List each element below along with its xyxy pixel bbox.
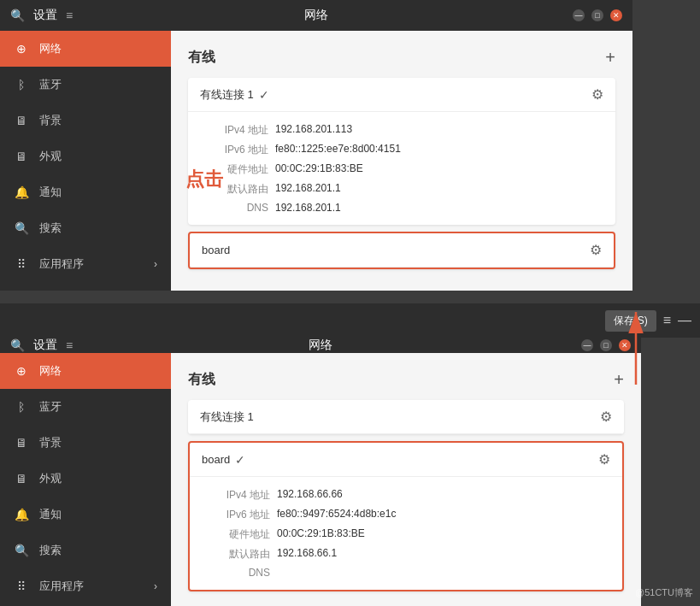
- second-titlebar-left: 🔍 设置 ≡: [10, 338, 73, 353]
- second-board-info: IPv4 地址 192.168.66.66 IPv6 地址 fe80::9497…: [190, 477, 622, 590]
- hardware-value: 00:0C:29:1B:83:BE: [275, 162, 363, 177]
- second-connection1-settings-button[interactable]: ⚙: [600, 409, 612, 425]
- second-sidebar-item-bluetooth[interactable]: ᛒ 蓝牙: [0, 389, 171, 425]
- board-card-header: board ⚙: [190, 233, 614, 268]
- sidebar-item-notify[interactable]: 🔔 通知: [0, 174, 171, 210]
- arrow-annotation: [585, 303, 653, 389]
- add-connection-button[interactable]: +: [605, 48, 615, 68]
- strip-menu-icon[interactable]: ≡: [663, 313, 671, 328]
- notify-icon: 🔔: [14, 185, 29, 200]
- gateway-row: 默认路由 192.168.201.1: [200, 179, 603, 199]
- second-sidebar-item-background[interactable]: 🖥 背景: [0, 425, 171, 461]
- sidebar-item-label: 蓝牙: [39, 77, 62, 92]
- sidebar: ⊕ 网络 ᛒ 蓝牙 🖥 背景 🖥 外观 🔔 通知 🔍 搜索: [0, 31, 171, 291]
- second-appearance-icon: 🖥: [14, 471, 29, 486]
- second-sidebar-app-label: 外观: [39, 471, 62, 486]
- second-sidebar-search-label: 搜索: [39, 543, 62, 558]
- connection1-info: IPv4 地址 192.168.201.113 IPv6 地址 fe80::12…: [188, 112, 615, 225]
- second-dns-label: DNS: [202, 567, 270, 579]
- board-name: board: [202, 244, 230, 256]
- second-board-header: board ✓ ⚙: [190, 443, 622, 477]
- board-settings-button[interactable]: ⚙: [590, 242, 602, 258]
- second-board-settings-button[interactable]: ⚙: [598, 451, 610, 468]
- dns-value: 192.168.201.1: [275, 202, 341, 214]
- dns-row: DNS 192.168.201.1: [200, 199, 603, 216]
- second-title: 网络: [309, 338, 332, 353]
- sidebar-item-background[interactable]: 🖥 背景: [0, 103, 171, 138]
- second-sidebar-item-network[interactable]: ⊕ 网络: [0, 353, 171, 389]
- background-icon: 🖥: [14, 113, 29, 128]
- strip-minus-icon[interactable]: —: [678, 313, 691, 328]
- second-hardware-label: 硬件地址: [202, 527, 270, 542]
- sidebar-item-search[interactable]: 🔍 搜索: [0, 210, 171, 246]
- bluetooth-icon: ᛒ: [14, 77, 29, 92]
- second-settings-label: 设置: [33, 338, 57, 353]
- sidebar-item-label: 应用程序: [39, 256, 84, 272]
- second-apps-icon: ⠿: [14, 579, 29, 594]
- second-notify-icon: 🔔: [14, 507, 29, 522]
- sidebar-item-label: 外观: [39, 149, 62, 164]
- second-menu-icon[interactable]: ≡: [66, 338, 73, 352]
- sidebar-item-network[interactable]: ⊕ 网络: [0, 31, 171, 67]
- main-content: ⊕ 网络 ᛒ 蓝牙 🖥 背景 🖥 外观 🔔 通知 🔍 搜索: [0, 31, 632, 291]
- second-background-icon: 🖥: [14, 435, 29, 450]
- second-search-nav-icon: 🔍: [14, 543, 29, 558]
- second-board-card[interactable]: board ✓ ⚙ IPv4 地址 192.168.66.66 IPv6 地址 …: [188, 441, 624, 591]
- connection1-settings-button[interactable]: ⚙: [591, 86, 603, 103]
- chevron-right-icon: ›: [154, 258, 157, 270]
- close-button[interactable]: ✕: [610, 9, 622, 21]
- minimize-button[interactable]: —: [573, 9, 585, 21]
- section-title: 有线: [188, 49, 215, 67]
- second-connection1-card: 有线连接 1 ⚙: [188, 400, 624, 434]
- second-gateway-value: 192.168.66.1: [277, 547, 337, 562]
- second-connection1-name: 有线连接 1: [200, 409, 254, 425]
- bottom-section: 保存(S) ≡ — 🔍 设置 ≡ 网络 — □ ✕ ⊕ 网络: [0, 303, 700, 606]
- sidebar-item-appearance[interactable]: 🖥 外观: [0, 138, 171, 174]
- appearance-icon: 🖥: [14, 149, 29, 164]
- connection1-title: 有线连接 1 ✓: [200, 87, 269, 103]
- settings-label: 设置: [33, 8, 57, 23]
- sidebar-item-label: 网络: [39, 41, 62, 56]
- second-ipv4-row: IPv4 地址 192.168.66.66: [202, 485, 610, 505]
- second-ipv6-label: IPv6 地址: [202, 508, 270, 522]
- second-sidebar-item-appearance[interactable]: 🖥 外观: [0, 461, 171, 497]
- second-ipv6-value: fe80::9497:6524:4d8b:e1c: [277, 508, 396, 522]
- check-icon: ✓: [259, 88, 269, 102]
- second-sidebar-item-search[interactable]: 🔍 搜索: [0, 532, 171, 568]
- connection1-header: 有线连接 1 ✓ ⚙: [188, 78, 615, 112]
- second-content-area: 有线 + 有线连接 1 ⚙ board ✓: [171, 353, 641, 606]
- sidebar-item-label: 背景: [39, 113, 62, 128]
- second-gateway-row: 默认路由 192.168.66.1: [202, 544, 610, 564]
- titlebar-left: 🔍 设置 ≡: [10, 8, 73, 23]
- maximize-button[interactable]: □: [591, 9, 603, 21]
- search-icon: 🔍: [14, 221, 29, 236]
- ipv4-label: IPv4 地址: [200, 123, 268, 138]
- second-sidebar-item-apps[interactable]: ⠿ 应用程序 ›: [0, 568, 171, 604]
- second-sidebar-item-notify[interactable]: 🔔 通知: [0, 497, 171, 532]
- gateway-value: 192.168.201.1: [275, 182, 341, 197]
- second-ipv4-label: IPv4 地址: [202, 488, 270, 503]
- board-card[interactable]: board ⚙: [188, 232, 615, 269]
- second-main-content: ⊕ 网络 ᛒ 蓝牙 🖥 背景 🖥 外观 🔔 通知: [0, 353, 641, 606]
- sidebar-item-bluetooth[interactable]: ᛒ 蓝牙: [0, 67, 171, 103]
- second-dns-row: DNS: [202, 564, 610, 581]
- second-board-check-icon: ✓: [235, 453, 245, 467]
- top-title: 网络: [304, 8, 328, 23]
- dns-label: DNS: [200, 202, 268, 214]
- second-search-icon[interactable]: 🔍: [10, 338, 25, 352]
- second-bluetooth-icon: ᛒ: [14, 399, 29, 415]
- search-icon[interactable]: 🔍: [10, 9, 25, 22]
- top-window: 🔍 设置 ≡ 网络 — □ ✕ ⊕ 网络 ᛒ 蓝牙 🖥 背景: [0, 0, 632, 291]
- second-network-icon: ⊕: [14, 363, 29, 379]
- sidebar-item-apps[interactable]: ⠿ 应用程序 ›: [0, 246, 171, 282]
- second-apps-arrow-icon: ›: [154, 580, 157, 592]
- second-window: 🔍 设置 ≡ 网络 — □ ✕ ⊕ 网络 ᛒ 蓝牙: [0, 338, 641, 606]
- second-board-name: board: [202, 453, 230, 466]
- titlebar-right: — □ ✕: [573, 9, 622, 21]
- second-sidebar-notify-label: 通知: [39, 507, 62, 522]
- sidebar-item-label: 搜索: [39, 221, 62, 236]
- menu-icon[interactable]: ≡: [66, 9, 73, 22]
- ipv6-label: IPv6 地址: [200, 143, 268, 157]
- second-sidebar-network-label: 网络: [39, 363, 62, 379]
- hardware-row: 硬件地址 00:0C:29:1B:83:BE: [200, 160, 603, 179]
